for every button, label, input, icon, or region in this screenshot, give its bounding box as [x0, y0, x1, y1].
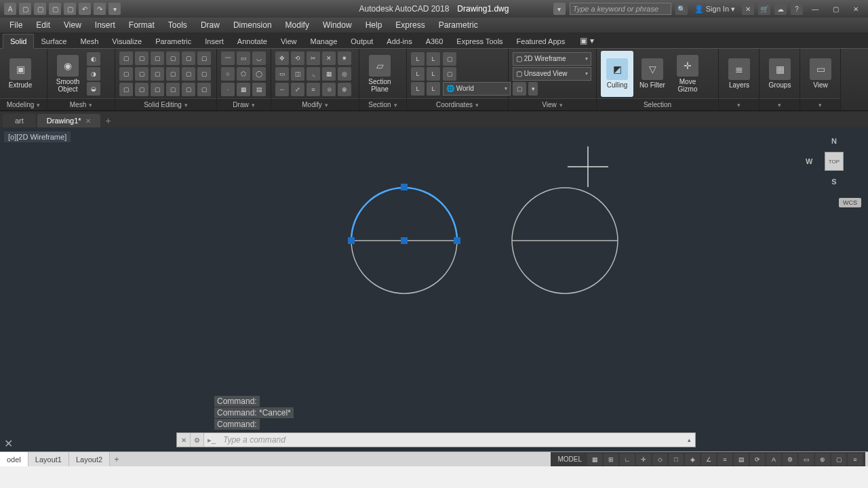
chevron-down-icon[interactable]: ▾: [325, 102, 328, 108]
ellipse-icon[interactable]: ◯: [252, 67, 266, 81]
solid-tool-icon[interactable]: ▢: [182, 83, 195, 96]
polyline-icon[interactable]: 〰: [221, 52, 235, 65]
tab-express-tools[interactable]: Express Tools: [450, 35, 509, 48]
tab-a360[interactable]: A360: [419, 35, 450, 48]
help-icon[interactable]: ?: [791, 3, 803, 15]
mirror-icon[interactable]: ◫: [291, 67, 304, 81]
fillet-icon[interactable]: ◟: [307, 67, 320, 81]
selected-arc[interactable]: [351, 188, 457, 241]
ucs-icon[interactable]: L: [411, 82, 425, 96]
status-workspace-icon[interactable]: ⚙: [783, 453, 797, 466]
redo-icon[interactable]: ↷: [94, 3, 106, 15]
solid-tool-icon[interactable]: ▢: [151, 83, 164, 96]
status-custom-icon[interactable]: ≡: [848, 453, 863, 466]
wcs-badge[interactable]: WCS: [839, 198, 861, 207]
solid-tool-icon[interactable]: ▢: [197, 67, 211, 81]
mesh-tool-icon[interactable]: ◐: [87, 52, 100, 66]
rect-icon[interactable]: ▭: [237, 52, 250, 65]
menu-file[interactable]: File: [3, 18, 29, 33]
chevron-down-icon[interactable]: ▾: [737, 102, 741, 108]
menu-tools[interactable]: Tools: [161, 18, 194, 33]
app-menu-icon[interactable]: A: [4, 3, 16, 15]
start-tab[interactable]: art: [3, 114, 36, 127]
tab-parametric[interactable]: Parametric: [149, 35, 198, 48]
signin-button[interactable]: 👤 Sign In ▾: [692, 5, 738, 14]
tab-output[interactable]: Output: [344, 35, 380, 48]
section-plane-button[interactable]: ▱ Section Plane: [363, 51, 396, 97]
grip-center[interactable]: [401, 237, 408, 244]
break-icon[interactable]: ⎊: [322, 83, 336, 96]
status-polar-icon[interactable]: ✛: [636, 453, 651, 466]
tab-view[interactable]: View: [274, 35, 304, 48]
extrude-button[interactable]: ▣ Extrude: [4, 51, 37, 97]
solid-tool-icon[interactable]: ▢: [135, 52, 149, 65]
ucs-tool-icon[interactable]: ▢: [443, 52, 456, 66]
stretch-icon[interactable]: ↔: [275, 83, 289, 96]
status-monitor-icon[interactable]: ▭: [799, 453, 814, 466]
qat-dropdown-icon[interactable]: ▾: [108, 3, 121, 15]
chevron-down-icon[interactable]: ▾: [778, 102, 781, 108]
tab-mesh[interactable]: Mesh: [73, 35, 105, 48]
move-icon[interactable]: ✥: [275, 52, 289, 65]
ucs-close-icon[interactable]: ✕: [4, 437, 13, 450]
solid-tool-icon[interactable]: ▢: [119, 83, 133, 96]
menu-help[interactable]: Help: [359, 18, 389, 33]
visual-style-dropdown[interactable]: ▢ 2D Wireframe▾: [513, 52, 591, 66]
layers-button[interactable]: ≣Layers: [723, 51, 755, 97]
solid-tool-icon[interactable]: ▢: [182, 52, 195, 65]
status-iso-icon[interactable]: ◇: [652, 453, 667, 466]
view-dropdown[interactable]: ▢ Unsaved View▾: [513, 67, 591, 81]
join-icon[interactable]: ⊕: [338, 83, 351, 96]
tab-visualize[interactable]: Visualize: [105, 35, 149, 48]
command-close-icon[interactable]: ✕: [177, 433, 191, 447]
status-3dosnap-icon[interactable]: ◈: [685, 453, 700, 466]
tab-surface[interactable]: Surface: [34, 35, 73, 48]
explode-icon[interactable]: ✷: [338, 52, 351, 65]
align-icon[interactable]: ≡: [307, 83, 320, 96]
status-snap-icon[interactable]: ⊞: [604, 453, 618, 466]
cloud-icon[interactable]: ☁: [774, 3, 787, 15]
offset-icon[interactable]: ◎: [338, 67, 351, 81]
chevron-down-icon[interactable]: ▾: [252, 102, 255, 108]
ucs-icon[interactable]: L: [427, 82, 440, 96]
ribbon-collapse-icon[interactable]: ▣ ▾: [576, 33, 597, 48]
solid-tool-icon[interactable]: ▢: [166, 67, 180, 81]
close-button[interactable]: ✕: [848, 3, 864, 15]
solid-tool-icon[interactable]: ▢: [119, 52, 133, 65]
status-transparency-icon[interactable]: ▤: [734, 453, 749, 466]
view-tool-icon[interactable]: ▢: [513, 82, 526, 96]
tab-solid[interactable]: Solid: [3, 34, 34, 49]
tab-insert[interactable]: Insert: [198, 35, 231, 48]
culling-button[interactable]: ◩ Culling: [601, 51, 633, 97]
status-model[interactable]: MODEL: [553, 455, 586, 463]
ucs-icon[interactable]: L: [427, 67, 440, 81]
tab-annotate[interactable]: Annotate: [231, 35, 274, 48]
viewcube[interactable]: TOP N S W: [810, 137, 859, 186]
layout-tab-model[interactable]: odel: [0, 452, 28, 466]
solid-tool-icon[interactable]: ▢: [166, 83, 180, 96]
status-lwt-icon[interactable]: ≡: [717, 453, 732, 466]
tab-addins[interactable]: Add-ins: [380, 35, 418, 48]
point-icon[interactable]: ·: [221, 83, 235, 96]
chevron-down-icon[interactable]: ▾: [394, 102, 397, 108]
ucs-icon[interactable]: L: [411, 67, 425, 81]
array-icon[interactable]: ▦: [322, 67, 336, 81]
command-history-icon[interactable]: ▴: [683, 433, 695, 447]
grip-top[interactable]: [401, 184, 408, 190]
grip-right[interactable]: [454, 237, 460, 244]
chevron-down-icon[interactable]: ▾: [184, 102, 188, 108]
solid-tool-icon[interactable]: ▢: [135, 67, 149, 81]
solid-tool-icon[interactable]: ▢: [151, 67, 164, 81]
grip-left[interactable]: [348, 237, 355, 244]
solid-tool-icon[interactable]: ▢: [151, 52, 164, 65]
trim-icon[interactable]: ✂: [307, 52, 320, 65]
solid-tool-icon[interactable]: ▢: [119, 67, 133, 81]
chevron-down-icon[interactable]: ▾: [37, 102, 40, 108]
view-tool-dropdown-icon[interactable]: ▾: [528, 82, 538, 96]
solid-tool-icon[interactable]: ▢: [182, 67, 195, 81]
viewcube-s[interactable]: S: [831, 178, 836, 186]
no-filter-button[interactable]: ▽ No Filter: [636, 51, 669, 97]
search-dropdown-icon[interactable]: ▾: [553, 3, 566, 15]
chevron-down-icon[interactable]: ▾: [89, 102, 92, 108]
status-units-icon[interactable]: ⊕: [815, 453, 830, 466]
